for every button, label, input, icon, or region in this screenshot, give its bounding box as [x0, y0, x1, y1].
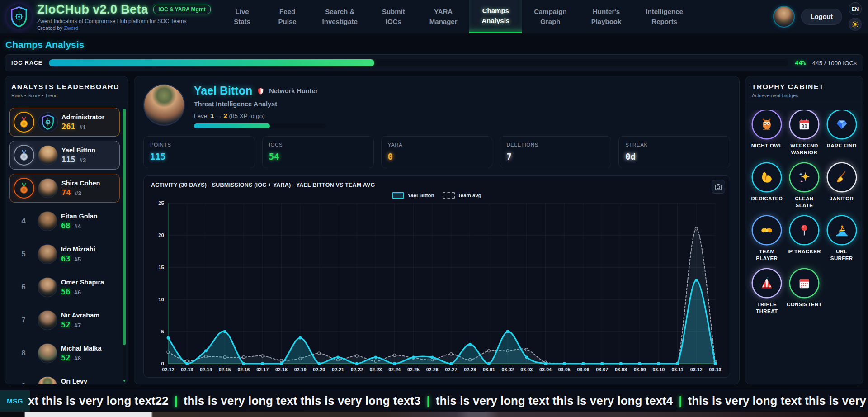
ticker-segment: xt this is very long text22	[28, 394, 169, 408]
svg-text:03-08: 03-08	[615, 367, 627, 372]
leaderboard-row-6[interactable]: 6 Omer Shapira 56 #6	[9, 273, 120, 302]
nav-item-search-investigate[interactable]: Search & Investigate	[310, 0, 370, 33]
analyst-list-name: Ido Mizrahi	[61, 246, 95, 253]
nav-item-intelligence-reports[interactable]: Intelligence Reports	[633, 0, 695, 33]
stat-label: STREAK	[625, 142, 723, 147]
chart-title: ACTIVITY (30 DAYS) - SUBMISSIONS (IOC + …	[151, 182, 722, 188]
legend-swatch-yael	[392, 192, 404, 199]
badge-weekend-warrior: 31 WEEKEND WARRIOR	[787, 110, 821, 156]
leaderboard-row-3[interactable]: Shira Cohen 74 #3	[9, 174, 120, 203]
circus-tent-icon	[753, 269, 781, 297]
badge-ip-tracker: IP TRACKER	[787, 216, 821, 262]
stat-label: POINTS	[150, 142, 248, 147]
svg-text:03-04: 03-04	[539, 367, 552, 372]
legend-item-yael[interactable]: Yael Bitton	[392, 192, 434, 199]
chart-legend: Yael Bitton Team avg	[151, 192, 722, 199]
svg-text:02-28: 02-28	[464, 367, 476, 372]
analyst-avatar	[143, 84, 185, 126]
stat-card-points: POINTS 115	[143, 136, 255, 168]
badge-label: TRIPLE THREAT	[750, 301, 784, 315]
gem-icon	[828, 110, 856, 138]
rank-number: 5	[13, 250, 34, 259]
logout-button[interactable]: Logout	[801, 9, 842, 25]
xp-note: (85 XP to go)	[229, 113, 265, 119]
sparkles-icon	[790, 163, 818, 191]
leaderboard-row-8[interactable]: 8 Michal Malka 52 #8	[9, 339, 120, 368]
language-badge[interactable]: EN	[849, 2, 862, 15]
trophy-title: TROPHY CABINET	[752, 83, 857, 91]
nav-item-submit-iocs[interactable]: Submit IOCs	[370, 0, 417, 33]
stat-label: YARA	[388, 142, 486, 147]
analyst-list-rank-label: #2	[80, 157, 86, 164]
activity-chart-card: ACTIVITY (30 DAYS) - SUBMISSIONS (IOC + …	[143, 175, 730, 378]
analyst-list-avatar	[38, 145, 58, 165]
leaderboard-row-7[interactable]: 7 Nir Avraham 52 #7	[9, 306, 120, 335]
app-logo-shield-icon	[6, 4, 32, 29]
svg-text:31: 31	[801, 124, 807, 129]
svg-text:02-13: 02-13	[181, 367, 193, 372]
page-title: Champs Analysis	[0, 33, 868, 54]
download-plot-camera-icon[interactable]	[712, 180, 725, 194]
analysts-leaderboard: ANALYSTS LEADERBOARD Rank • Score • Tren…	[5, 76, 128, 384]
zwerd-link[interactable]: Zwerd	[64, 25, 78, 31]
surfer-icon	[828, 216, 856, 244]
svg-text:02-17: 02-17	[256, 367, 269, 372]
activity-chart: 051015202502-1202-1302-1402-1502-1602-17…	[151, 199, 722, 375]
leaderboard-scrollbar[interactable]: ▼	[123, 108, 126, 379]
analyst-list-avatar	[38, 244, 57, 264]
analyst-list-name: Omer Shapira	[61, 279, 104, 286]
xp-progress-track	[194, 123, 326, 128]
user-avatar[interactable]	[773, 6, 795, 28]
brand: ZIoCHub v2.0 Beta IOC & YARA Mgmt Zwerd …	[6, 0, 211, 33]
analyst-list-score: 52	[61, 353, 70, 362]
leaderboard-row-9[interactable]: 9 Ori Levy 52 #9	[9, 372, 120, 384]
leaderboard-row-2[interactable]: Yael Bitton 115 #2	[9, 141, 120, 170]
nav-item-live-stats[interactable]: Live Stats	[220, 0, 265, 33]
leaderboard-row-5[interactable]: 5 Ido Mizrahi 63 #5	[9, 240, 120, 269]
nav-item-champs-analysis[interactable]: Champs Analysis	[469, 0, 522, 33]
ticker-segment: this is very long text this is very long…	[688, 394, 868, 408]
scroll-down-arrow-icon[interactable]: ▼	[123, 379, 126, 383]
level-from: 1	[210, 112, 214, 119]
leaderboard-scrollbar-thumb[interactable]	[123, 109, 126, 345]
analyst-list-avatar	[38, 310, 57, 330]
badge-rare-find: RARE FIND	[825, 110, 859, 156]
badge-label: WEEKEND WARRIOR	[787, 142, 821, 156]
svg-text:02-12: 02-12	[162, 367, 175, 372]
badge-dedicated: DEDICATED	[750, 163, 784, 209]
badge-label: RARE FIND	[827, 142, 857, 149]
pushpin-icon	[790, 216, 818, 244]
badge-clean-slate: CLEAN SLATE	[787, 163, 821, 209]
nav-item-hunter-s-playbook[interactable]: Hunter's Playbook	[579, 0, 634, 33]
analyst-list-score: 63	[61, 254, 70, 263]
badge-label: URL SURFER	[825, 248, 859, 262]
xp-progress-fill	[194, 123, 270, 128]
nav-item-yara-manager[interactable]: YARA Manager	[417, 0, 470, 33]
leaderboard-row-4[interactable]: 4 Eitan Golan 68 #4	[9, 207, 120, 236]
svg-text:20: 20	[158, 232, 164, 238]
badges-grid: NIGHT OWL 31 WEEKEND WARRIOR RARE FIND D…	[745, 110, 863, 315]
theme-toggle-sun-icon[interactable]	[849, 18, 862, 31]
legend-item-team-avg[interactable]: Team avg	[443, 192, 481, 199]
badge-team-player: TEAM PLAYER	[750, 216, 784, 262]
ticker-separator: |	[673, 394, 688, 408]
ticker-separator: |	[169, 394, 184, 408]
nav-item-feed-pulse[interactable]: Feed Pulse	[265, 0, 310, 33]
analyst-list-name: Shira Cohen	[61, 180, 100, 187]
analyst-list-avatar	[38, 277, 57, 297]
analyst-list-score: 56	[61, 287, 70, 296]
leaderboard-row-1[interactable]: Administrator 261 #1	[9, 108, 120, 137]
nav-item-campaign-graph[interactable]: Campaign Graph	[522, 0, 579, 33]
navbar: ZIoCHub v2.0 Beta IOC & YARA Mgmt Zwerd …	[0, 0, 868, 33]
stat-value: 115	[150, 152, 248, 161]
activity-chart-svg: 051015202502-1202-1302-1402-1502-1602-17…	[151, 199, 722, 375]
svg-text:03-09: 03-09	[634, 367, 646, 372]
owl-icon	[753, 110, 781, 138]
level-to: 2	[223, 112, 227, 119]
badge-night-owl: NIGHT OWL	[750, 110, 784, 156]
analyst-badge-label: Network Hunter	[269, 87, 318, 95]
svg-text:03-11: 03-11	[671, 367, 683, 372]
analyst-list-avatar	[38, 376, 57, 384]
shield-icon	[257, 86, 264, 95]
analyst-role: Threat Intelligence Analyst	[194, 100, 326, 108]
